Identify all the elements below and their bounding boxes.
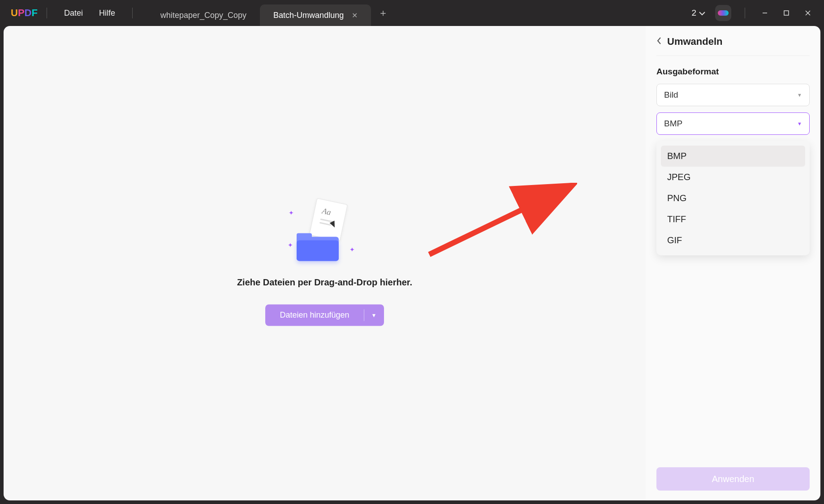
panel-header: Umwandeln [656,36,810,56]
user-avatar[interactable] [715,5,731,21]
format-dropdown: BMP JPEG PNG TIFF GIF [656,141,810,255]
drop-illustration: ✦ ✦ ✦ Aa [287,201,363,263]
output-format-label: Ausgabeformat [656,67,810,77]
title-bar: UPDF Datei Hilfe whitepaper_Copy_Copy Ba… [0,0,824,26]
drop-instruction-text: Ziehe Dateien per Drag-and-Drop hierher. [213,277,437,287]
add-files-button[interactable]: Dateien hinzufügen ▼ [265,304,384,326]
category-value: Bild [664,90,678,100]
window-controls: 2 [691,4,819,22]
svg-rect-1 [784,11,789,15]
divider [47,8,47,18]
format-value: BMP [664,119,682,129]
format-option-gif[interactable]: GIF [661,230,805,251]
tab-whitepaper[interactable]: whitepaper_Copy_Copy [147,4,260,26]
format-option-bmp[interactable]: BMP [661,146,805,167]
minimize-button[interactable] [754,4,776,22]
format-option-png[interactable]: PNG [661,188,805,209]
annotation-arrow [425,183,577,263]
menu-file[interactable]: Datei [56,9,91,18]
tab-batch-conversion[interactable]: Batch-Umwandlung ✕ [260,4,371,26]
convert-panel: Umwandeln Ausgabeformat Bild ▼ BMP ▼ BMP… [646,26,820,500]
caret-down-icon: ▼ [797,121,802,126]
new-tab-button[interactable]: ＋ [378,6,388,20]
panel-title: Umwandeln [667,36,722,47]
chevron-down-icon [699,8,705,18]
tab-count-dropdown[interactable]: 2 [691,8,705,18]
caret-down-icon: ▼ [797,92,802,98]
tab-count-value: 2 [691,8,696,18]
apply-button[interactable]: Anwenden [656,467,810,491]
add-files-label: Dateien hinzufügen [265,310,363,320]
back-icon[interactable] [656,37,662,47]
tabs-container: whitepaper_Copy_Copy Batch-Umwandlung ✕ … [147,0,691,26]
format-option-tiff[interactable]: TIFF [661,209,805,230]
drop-zone: ✦ ✦ ✦ Aa Ziehe Dateien per Drag [213,201,437,326]
app-logo: UPDF [11,7,38,19]
caret-down-icon[interactable]: ▼ [364,312,384,318]
tab-label: Batch-Umwandlung [273,11,344,20]
menu-help[interactable]: Hilfe [91,9,123,18]
format-select[interactable]: BMP ▼ [656,112,810,135]
divider [745,8,745,18]
format-option-jpeg[interactable]: JPEG [661,167,805,188]
main-drop-area[interactable]: ✦ ✦ ✦ Aa Ziehe Dateien per Drag [4,26,646,500]
category-select[interactable]: Bild ▼ [656,84,810,106]
svg-line-4 [429,192,559,254]
close-window-button[interactable] [797,4,819,22]
maximize-button[interactable] [776,4,797,22]
divider [132,8,133,18]
close-tab-icon[interactable]: ✕ [352,11,358,20]
tab-label: whitepaper_Copy_Copy [160,11,246,20]
